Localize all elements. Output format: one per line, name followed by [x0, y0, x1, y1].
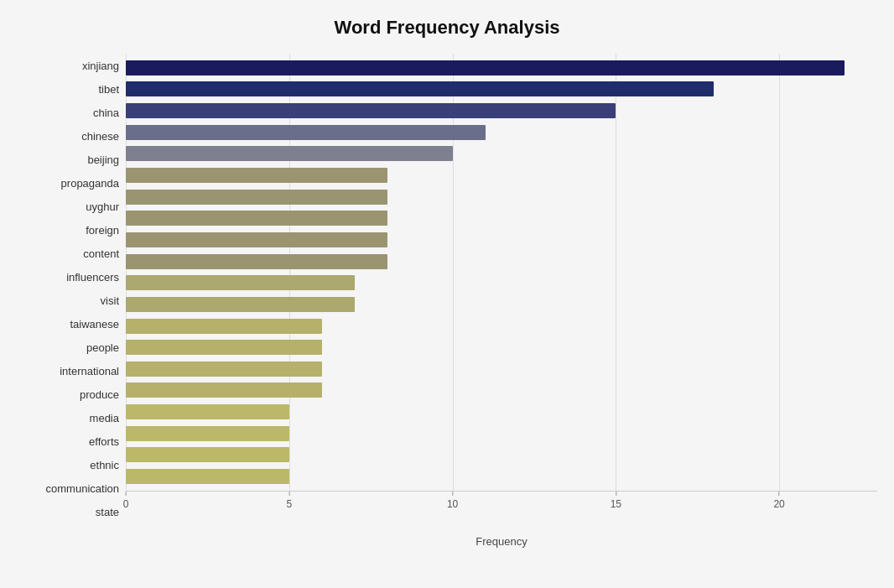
- bar-row: [126, 467, 877, 486]
- x-tick: 15: [611, 492, 621, 510]
- y-label: taiwanese: [70, 315, 119, 334]
- x-tick-label: 0: [123, 498, 129, 510]
- x-tick-line: [126, 492, 127, 496]
- chart-container: Word Frequency Analysis xinjiangtibetchi…: [0, 0, 894, 588]
- bar: [126, 340, 322, 355]
- y-label: xinjiang: [82, 56, 119, 75]
- y-axis: xinjiangtibetchinachinesebeijingpropagan…: [17, 54, 126, 524]
- y-label: ethnic: [90, 456, 119, 475]
- bar-row: [126, 360, 877, 378]
- x-tick-line: [288, 492, 289, 496]
- bar: [126, 469, 289, 484]
- y-label: communication: [46, 480, 119, 498]
- x-tick-label: 20: [773, 498, 784, 510]
- y-label: visit: [101, 291, 119, 310]
- bar-row: [126, 317, 877, 336]
- y-label: produce: [80, 386, 119, 404]
- bar-row: [126, 101, 877, 120]
- y-label: chinese: [81, 127, 119, 145]
- bar: [126, 404, 289, 419]
- x-tick: 0: [123, 492, 129, 510]
- bar-row: [126, 424, 877, 443]
- x-tick: 10: [447, 492, 458, 510]
- bar: [126, 275, 355, 290]
- bar: [126, 190, 387, 205]
- bar-row: [126, 144, 877, 163]
- y-label: efforts: [89, 433, 119, 451]
- bar-row: [126, 252, 877, 271]
- bar-row: [126, 295, 877, 314]
- bar: [126, 81, 714, 96]
- bars-list: [126, 54, 877, 491]
- bar-row: [126, 231, 877, 249]
- bar: [126, 232, 387, 247]
- bars-area: [126, 54, 877, 491]
- bar-row: [126, 123, 877, 142]
- bar-row: [126, 209, 877, 227]
- bar: [126, 297, 355, 312]
- x-tick-line: [452, 492, 453, 496]
- y-label: uyghur: [86, 197, 119, 216]
- y-label: tibet: [98, 80, 119, 98]
- bars-and-x: Frequency 05101520: [126, 54, 877, 524]
- bar-row: [126, 166, 877, 185]
- y-label: state: [96, 503, 119, 522]
- y-label: people: [86, 339, 119, 357]
- y-label: content: [83, 244, 119, 263]
- bar: [126, 168, 387, 183]
- bar: [126, 103, 616, 118]
- bar-row: [126, 381, 877, 399]
- bar: [126, 60, 845, 75]
- x-axis: Frequency 05101520: [126, 491, 877, 524]
- y-label: propaganda: [61, 174, 119, 192]
- y-label: international: [60, 362, 119, 381]
- bar: [126, 447, 289, 462]
- y-label: influencers: [66, 268, 119, 286]
- bar: [126, 382, 322, 398]
- y-label: media: [90, 409, 119, 428]
- y-label: foreign: [86, 221, 119, 239]
- bar-row: [126, 80, 877, 98]
- bar: [126, 362, 322, 377]
- x-tick: 20: [773, 492, 784, 510]
- bar-row: [126, 273, 877, 292]
- x-axis-title: Frequency: [476, 535, 527, 548]
- bar-row: [126, 403, 877, 421]
- bar-row: [126, 59, 877, 77]
- x-tick-label: 15: [611, 498, 621, 510]
- y-label: beijing: [87, 150, 119, 169]
- chart-area: xinjiangtibetchinachinesebeijingpropagan…: [17, 54, 877, 524]
- x-tick-line: [779, 492, 780, 496]
- bar-row: [126, 445, 877, 464]
- x-tick-label: 5: [286, 498, 292, 510]
- bar: [126, 146, 453, 161]
- x-tick-label: 10: [447, 498, 458, 510]
- x-tick-line: [616, 492, 616, 496]
- bar: [126, 319, 322, 334]
- bar-row: [126, 188, 877, 206]
- bar: [126, 426, 289, 441]
- chart-title: Word Frequency Analysis: [17, 17, 877, 39]
- bar-row: [126, 338, 877, 356]
- bar: [126, 254, 387, 269]
- bar: [126, 211, 387, 226]
- x-tick: 5: [286, 492, 292, 510]
- y-label: china: [93, 103, 119, 122]
- bar: [126, 125, 486, 140]
